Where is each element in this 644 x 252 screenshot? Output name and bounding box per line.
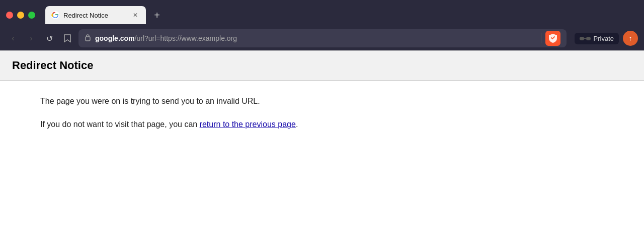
page-title: Redirect Notice (12, 59, 632, 72)
back-button[interactable]: ‹ (6, 31, 20, 45)
lock-icon (85, 34, 91, 43)
reload-button[interactable]: ↺ (42, 31, 56, 45)
private-mode-label: Private (594, 35, 614, 42)
address-bar-divider (541, 33, 541, 43)
page-content: Redirect Notice The page you were on is … (0, 51, 644, 155)
paragraph-1: The page you were on is trying to send y… (40, 95, 604, 108)
new-tab-button[interactable]: + (150, 8, 164, 22)
page-header: Redirect Notice (0, 51, 644, 81)
maximize-window-button[interactable] (28, 12, 35, 19)
address-domain: google.com (95, 34, 135, 42)
close-window-button[interactable] (6, 12, 13, 19)
tab-bar: Redirect Notice ✕ + (0, 0, 644, 26)
svg-rect-2 (580, 37, 584, 40)
paragraph-2-after: . (296, 120, 298, 129)
tab-title: Redirect Notice (63, 12, 127, 19)
paragraph-2: If you do not want to visit that page, y… (40, 118, 604, 131)
svg-rect-3 (586, 37, 591, 40)
return-to-previous-page-link[interactable]: return to the previous page (200, 120, 296, 129)
close-tab-button[interactable]: ✕ (131, 11, 140, 20)
nav-bar: ‹ › ↺ google.com/url?url=https://www.exa… (0, 26, 644, 50)
private-mode-button[interactable]: Private (575, 33, 619, 44)
tab-favicon-icon (51, 11, 59, 19)
window-controls (6, 12, 35, 19)
address-bar[interactable]: google.com/url?url=https://www.example.o… (78, 29, 567, 47)
sunglasses-icon (580, 35, 591, 42)
bookmark-button[interactable] (60, 31, 74, 45)
paragraph-1-text: The page you were on is trying to send y… (40, 97, 260, 105)
forward-button[interactable]: › (24, 31, 38, 45)
address-path: /url?url=https://www.example.org (135, 34, 237, 42)
brave-shield-icon[interactable] (545, 31, 560, 46)
right-controls: Private ↑ (575, 31, 638, 46)
active-tab[interactable]: Redirect Notice ✕ (45, 6, 146, 24)
address-bar-text: google.com/url?url=https://www.example.o… (95, 34, 537, 42)
browser-chrome: Redirect Notice ✕ + ‹ › ↺ google.com/ (0, 0, 644, 50)
svg-rect-1 (86, 37, 90, 41)
minimize-window-button[interactable] (17, 12, 24, 19)
page-body: The page you were on is trying to send y… (0, 81, 644, 155)
paragraph-2-before: If you do not want to visit that page, y… (40, 120, 200, 129)
profile-button[interactable]: ↑ (623, 31, 638, 46)
bookmark-icon (63, 34, 71, 43)
